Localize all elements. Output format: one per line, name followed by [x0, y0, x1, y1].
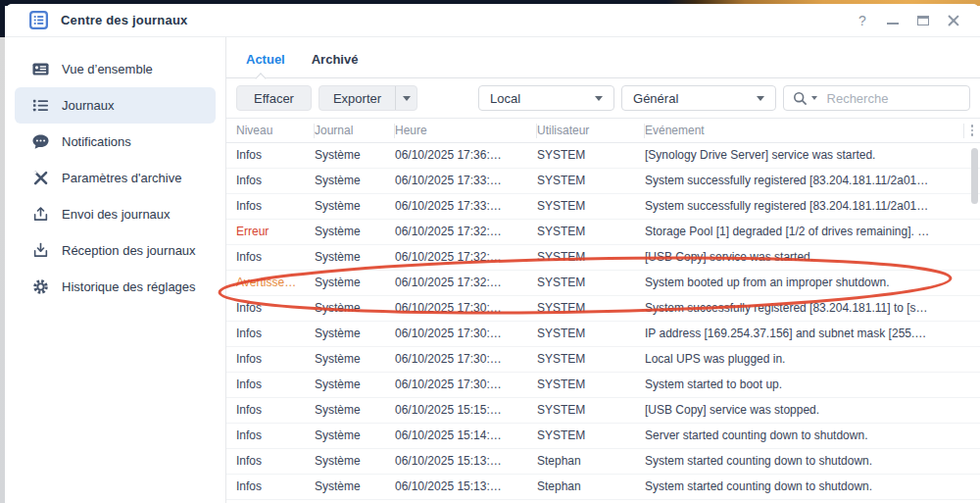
log-user: SYSTEM: [537, 194, 645, 219]
journal-list-icon: [32, 97, 49, 114]
log-journal: Système: [315, 449, 395, 474]
log-level: Infos: [236, 296, 315, 321]
search-input[interactable]: Recherche: [783, 85, 970, 111]
log-time: 06/10/2025 15:14:…: [395, 424, 537, 448]
log-level: Infos: [236, 143, 315, 168]
log-user: SYSTEM: [537, 271, 645, 295]
log-event: [USB Copy] service was started.: [645, 245, 964, 270]
window-title: Centre des journaux: [61, 13, 188, 27]
table-row[interactable]: Infos Système 06/10/2025 17:33:… SYSTEM …: [226, 194, 980, 220]
table-row[interactable]: Infos Système 06/10/2025 17:36:… SYSTEM …: [226, 143, 980, 169]
toolbar: Effacer Exporter Local Général: [226, 78, 980, 118]
maximize-icon: [917, 16, 929, 25]
table-row[interactable]: Infos Système 06/10/2025 17:33:… SYSTEM …: [226, 169, 980, 194]
log-user: SYSTEM: [537, 169, 645, 193]
tab-archive[interactable]: Archivé: [312, 52, 359, 67]
table-row[interactable]: Infos Système 06/10/2025 17:30:… SYSTEM …: [226, 373, 980, 398]
table-row[interactable]: Infos Système 06/10/2025 15:13:… Stephan…: [226, 475, 980, 500]
column-header-heure[interactable]: Heure: [395, 124, 537, 138]
help-button[interactable]: ?: [856, 14, 869, 27]
log-event: System started counting down to shutdown…: [645, 449, 964, 474]
sidebar-item-label: Journaux: [62, 98, 114, 113]
sidebar-item-journaux[interactable]: Journaux: [15, 87, 216, 124]
export-split-button: Exporter: [318, 85, 417, 111]
log-level: Infos: [236, 169, 315, 193]
maximize-button[interactable]: [916, 14, 930, 27]
log-level: Avertisse…: [236, 271, 315, 295]
column-header-journal[interactable]: Journal: [315, 124, 395, 138]
sidebar-item-overview[interactable]: Vue d’ensemble: [15, 51, 216, 87]
log-level: Infos: [236, 424, 315, 448]
sidebar-item-label: Paramètres d'archive: [62, 171, 181, 185]
log-user: SYSTEM: [537, 143, 645, 168]
table-row[interactable]: Infos Système 06/10/2025 15:14:… SYSTEM …: [226, 424, 980, 449]
log-time: 06/10/2025 17:32:…: [395, 271, 537, 295]
column-header-niveau[interactable]: Niveau: [236, 124, 315, 138]
log-time: 06/10/2025 17:33:…: [395, 169, 537, 193]
log-event: System booted up from an improper shutdo…: [645, 271, 964, 295]
column-settings-icon[interactable]: [964, 119, 980, 142]
log-user: SYSTEM: [537, 373, 645, 397]
column-header-utilisateur[interactable]: Utilisateur: [537, 124, 645, 138]
window-controls: ?: [856, 14, 964, 27]
overview-icon: [32, 61, 49, 77]
tab-actuel[interactable]: Actuel: [246, 52, 285, 67]
log-journal: Système: [315, 296, 395, 321]
column-header-evenement[interactable]: Evénement: [645, 124, 964, 138]
table-body: Infos Système 06/10/2025 17:36:… SYSTEM …: [226, 143, 980, 500]
log-event: Storage Pool [1] degraded [1/2 of drives…: [645, 220, 964, 244]
table-row[interactable]: Infos Système 06/10/2025 15:13:… Stephan…: [226, 449, 980, 475]
chevron-down-icon: [757, 96, 764, 101]
minimize-button[interactable]: [886, 14, 900, 27]
table-row[interactable]: Infos Système 06/10/2025 17:32:… SYSTEM …: [226, 245, 980, 271]
category-select-value: Général: [633, 91, 678, 106]
category-select[interactable]: Général: [621, 85, 775, 111]
log-user: SYSTEM: [537, 398, 645, 423]
receive-logs-icon: [32, 242, 49, 259]
log-time: 06/10/2025 17:30:…: [395, 296, 537, 321]
sidebar-item-settings-history[interactable]: Historique des réglages: [15, 269, 216, 305]
sidebar-item-log-receiving[interactable]: Réception des journaux: [15, 232, 216, 269]
sidebar-item-notifications[interactable]: Notifications: [15, 124, 216, 160]
vertical-scrollbar-thumb[interactable]: [971, 148, 978, 204]
table-row[interactable]: Infos Système 06/10/2025 17:30:… SYSTEM …: [226, 347, 980, 373]
log-user: SYSTEM: [537, 296, 645, 321]
table-row[interactable]: Infos Système 06/10/2025 15:15:… SYSTEM …: [226, 398, 980, 424]
export-button[interactable]: Exporter: [319, 86, 395, 110]
log-journal: Système: [315, 194, 395, 219]
log-table: Niveau Journal Heure Utilisateur Evéneme…: [226, 118, 980, 503]
sidebar-item-label: Envoi des journaux: [62, 207, 171, 222]
close-button[interactable]: [947, 14, 960, 27]
chevron-down-icon: [595, 96, 603, 101]
log-event: Server started counting down to shutdown…: [645, 424, 964, 448]
table-row[interactable]: Infos Système 06/10/2025 17:30:… SYSTEM …: [226, 322, 980, 347]
log-journal: Système: [315, 169, 395, 193]
log-center-window: Centre des journaux ? Vue d’ensemble Jou…: [5, 4, 980, 503]
archive-settings-icon: [32, 170, 49, 186]
sidebar-item-archive-settings[interactable]: Paramètres d'archive: [15, 160, 216, 196]
table-row[interactable]: Avertisse… Système 06/10/2025 17:32:… SY…: [226, 271, 980, 296]
titlebar[interactable]: Centre des journaux ?: [5, 4, 980, 37]
log-event: [Synology Drive Server] service was star…: [645, 143, 964, 168]
log-journal: Système: [315, 347, 395, 372]
chevron-down-icon: [403, 96, 411, 101]
table-row[interactable]: Infos Système 06/10/2025 17:30:… SYSTEM …: [226, 296, 980, 322]
log-journal: Système: [315, 398, 395, 423]
sidebar-item-log-sending[interactable]: Envoi des journaux: [15, 196, 216, 232]
log-time: 06/10/2025 15:15:…: [395, 398, 537, 423]
log-time: 06/10/2025 17:30:…: [395, 322, 537, 346]
log-time: 06/10/2025 17:33:…: [395, 194, 537, 219]
search-options-chevron-icon[interactable]: [811, 96, 817, 100]
log-level: Infos: [236, 398, 315, 423]
sidebar-item-label: Notifications: [62, 134, 131, 149]
source-select[interactable]: Local: [478, 85, 614, 111]
export-dropdown-button[interactable]: [395, 86, 416, 110]
log-level: Infos: [236, 347, 315, 372]
log-user: SYSTEM: [537, 220, 645, 244]
log-level: Infos: [236, 475, 315, 499]
table-row[interactable]: Erreur Système 06/10/2025 17:32:… SYSTEM…: [226, 220, 980, 245]
clear-button[interactable]: Effacer: [236, 85, 312, 111]
log-event: System started to boot up.: [645, 373, 964, 397]
log-event: System successfully registered [83.204.1…: [645, 194, 964, 219]
sidebar-item-label: Réception des journaux: [62, 243, 196, 258]
